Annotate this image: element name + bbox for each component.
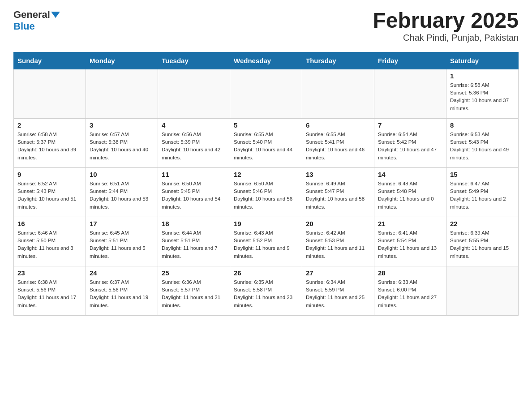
page-header: General Blue February 2025 Chak Pindi, P… [13, 9, 519, 43]
day-number: 6 [306, 121, 370, 129]
calendar-cell: 4Sunrise: 6:56 AM Sunset: 5:39 PM Daylig… [158, 118, 230, 167]
day-of-week-header: Sunday [14, 52, 86, 69]
day-info: Sunrise: 6:36 AM Sunset: 5:57 PM Dayligh… [162, 278, 226, 309]
calendar-week-row: 2Sunrise: 6:58 AM Sunset: 5:37 PM Daylig… [14, 118, 519, 167]
day-info: Sunrise: 6:43 AM Sunset: 5:52 PM Dayligh… [234, 229, 298, 260]
day-info: Sunrise: 6:42 AM Sunset: 5:53 PM Dayligh… [306, 229, 370, 260]
day-info: Sunrise: 6:47 AM Sunset: 5:49 PM Dayligh… [450, 180, 515, 211]
day-info: Sunrise: 6:58 AM Sunset: 5:36 PM Dayligh… [450, 81, 515, 112]
calendar-cell: 24Sunrise: 6:37 AM Sunset: 5:56 PM Dayli… [86, 266, 158, 315]
day-number: 19 [234, 220, 298, 227]
day-number: 17 [90, 220, 154, 227]
day-info: Sunrise: 6:41 AM Sunset: 5:54 PM Dayligh… [378, 229, 442, 260]
day-of-week-header: Saturday [446, 52, 519, 69]
calendar-week-row: 23Sunrise: 6:38 AM Sunset: 5:56 PM Dayli… [14, 266, 519, 315]
calendar-cell [86, 69, 158, 118]
calendar-cell [374, 69, 446, 118]
day-info: Sunrise: 6:52 AM Sunset: 5:43 PM Dayligh… [17, 180, 82, 211]
calendar-subtitle: Chak Pindi, Punjab, Pakistan [373, 33, 519, 43]
day-number: 28 [378, 269, 442, 277]
calendar-cell: 18Sunrise: 6:44 AM Sunset: 5:51 PM Dayli… [158, 217, 230, 266]
day-number: 26 [234, 269, 298, 277]
day-info: Sunrise: 6:56 AM Sunset: 5:39 PM Dayligh… [162, 131, 226, 162]
day-info: Sunrise: 6:55 AM Sunset: 5:40 PM Dayligh… [234, 131, 298, 162]
day-number: 16 [17, 220, 82, 227]
calendar-header-row: SundayMondayTuesdayWednesdayThursdayFrid… [14, 52, 519, 69]
day-of-week-header: Monday [86, 52, 158, 69]
day-info: Sunrise: 6:58 AM Sunset: 5:37 PM Dayligh… [17, 131, 82, 162]
day-info: Sunrise: 6:50 AM Sunset: 5:45 PM Dayligh… [162, 180, 226, 211]
calendar-cell: 23Sunrise: 6:38 AM Sunset: 5:56 PM Dayli… [14, 266, 86, 315]
calendar-cell [446, 266, 519, 315]
day-number: 14 [378, 171, 442, 178]
day-info: Sunrise: 6:39 AM Sunset: 5:55 PM Dayligh… [450, 229, 515, 260]
day-number: 24 [90, 269, 154, 277]
day-of-week-header: Wednesday [230, 52, 302, 69]
calendar-cell: 15Sunrise: 6:47 AM Sunset: 5:49 PM Dayli… [446, 167, 519, 217]
calendar-cell: 26Sunrise: 6:35 AM Sunset: 5:58 PM Dayli… [230, 266, 302, 315]
calendar-cell: 22Sunrise: 6:39 AM Sunset: 5:55 PM Dayli… [446, 217, 519, 266]
calendar-cell: 9Sunrise: 6:52 AM Sunset: 5:43 PM Daylig… [14, 167, 86, 217]
calendar-week-row: 9Sunrise: 6:52 AM Sunset: 5:43 PM Daylig… [14, 167, 519, 217]
day-number: 21 [378, 220, 442, 227]
day-info: Sunrise: 6:34 AM Sunset: 5:59 PM Dayligh… [306, 278, 370, 309]
day-number: 18 [162, 220, 226, 227]
day-info: Sunrise: 6:51 AM Sunset: 5:44 PM Dayligh… [90, 180, 154, 211]
day-info: Sunrise: 6:54 AM Sunset: 5:42 PM Dayligh… [378, 131, 442, 162]
calendar-cell: 12Sunrise: 6:50 AM Sunset: 5:46 PM Dayli… [230, 167, 302, 217]
day-number: 10 [90, 171, 154, 178]
day-of-week-header: Thursday [302, 52, 374, 69]
calendar-cell: 10Sunrise: 6:51 AM Sunset: 5:44 PM Dayli… [86, 167, 158, 217]
calendar-cell: 7Sunrise: 6:54 AM Sunset: 5:42 PM Daylig… [374, 118, 446, 167]
logo-text-blue: Blue [13, 21, 35, 32]
day-number: 1 [450, 72, 515, 80]
calendar-cell: 5Sunrise: 6:55 AM Sunset: 5:40 PM Daylig… [230, 118, 302, 167]
calendar-cell [158, 69, 230, 118]
day-number: 7 [378, 121, 442, 129]
calendar-cell: 1Sunrise: 6:58 AM Sunset: 5:36 PM Daylig… [446, 69, 519, 118]
day-info: Sunrise: 6:46 AM Sunset: 5:50 PM Dayligh… [17, 229, 82, 260]
day-info: Sunrise: 6:37 AM Sunset: 5:56 PM Dayligh… [90, 278, 154, 309]
day-info: Sunrise: 6:55 AM Sunset: 5:41 PM Dayligh… [306, 131, 370, 162]
day-info: Sunrise: 6:53 AM Sunset: 5:43 PM Dayligh… [450, 131, 515, 162]
calendar-cell: 11Sunrise: 6:50 AM Sunset: 5:45 PM Dayli… [158, 167, 230, 217]
calendar-cell: 25Sunrise: 6:36 AM Sunset: 5:57 PM Dayli… [158, 266, 230, 315]
calendar-week-row: 16Sunrise: 6:46 AM Sunset: 5:50 PM Dayli… [14, 217, 519, 266]
calendar-cell: 28Sunrise: 6:33 AM Sunset: 6:00 PM Dayli… [374, 266, 446, 315]
day-number: 3 [90, 121, 154, 129]
calendar-cell: 3Sunrise: 6:57 AM Sunset: 5:38 PM Daylig… [86, 118, 158, 167]
day-number: 15 [450, 171, 515, 178]
day-number: 5 [234, 121, 298, 129]
day-number: 12 [234, 171, 298, 178]
calendar-cell: 20Sunrise: 6:42 AM Sunset: 5:53 PM Dayli… [302, 217, 374, 266]
day-info: Sunrise: 6:57 AM Sunset: 5:38 PM Dayligh… [90, 131, 154, 162]
calendar-week-row: 1Sunrise: 6:58 AM Sunset: 5:36 PM Daylig… [14, 69, 519, 118]
day-number: 2 [17, 121, 82, 129]
day-of-week-header: Tuesday [158, 52, 230, 69]
day-info: Sunrise: 6:38 AM Sunset: 5:56 PM Dayligh… [17, 278, 82, 309]
day-number: 22 [450, 220, 515, 227]
logo-triangle-icon [51, 12, 60, 18]
day-number: 8 [450, 121, 515, 129]
calendar-cell [230, 69, 302, 118]
day-info: Sunrise: 6:45 AM Sunset: 5:51 PM Dayligh… [90, 229, 154, 260]
day-number: 20 [306, 220, 370, 227]
calendar-cell: 13Sunrise: 6:49 AM Sunset: 5:47 PM Dayli… [302, 167, 374, 217]
day-info: Sunrise: 6:44 AM Sunset: 5:51 PM Dayligh… [162, 229, 226, 260]
calendar-title: February 2025 [373, 9, 519, 33]
day-number: 11 [162, 171, 226, 178]
calendar-cell: 2Sunrise: 6:58 AM Sunset: 5:37 PM Daylig… [14, 118, 86, 167]
day-info: Sunrise: 6:49 AM Sunset: 5:47 PM Dayligh… [306, 180, 370, 211]
day-number: 25 [162, 269, 226, 277]
calendar-cell: 27Sunrise: 6:34 AM Sunset: 5:59 PM Dayli… [302, 266, 374, 315]
day-number: 4 [162, 121, 226, 129]
logo-text-general: General [13, 9, 50, 21]
day-of-week-header: Friday [374, 52, 446, 69]
day-number: 13 [306, 171, 370, 178]
day-number: 9 [17, 171, 82, 178]
logo: General Blue [13, 9, 60, 32]
calendar-cell: 8Sunrise: 6:53 AM Sunset: 5:43 PM Daylig… [446, 118, 519, 167]
calendar-cell: 21Sunrise: 6:41 AM Sunset: 5:54 PM Dayli… [374, 217, 446, 266]
day-info: Sunrise: 6:50 AM Sunset: 5:46 PM Dayligh… [234, 180, 298, 211]
day-info: Sunrise: 6:35 AM Sunset: 5:58 PM Dayligh… [234, 278, 298, 309]
